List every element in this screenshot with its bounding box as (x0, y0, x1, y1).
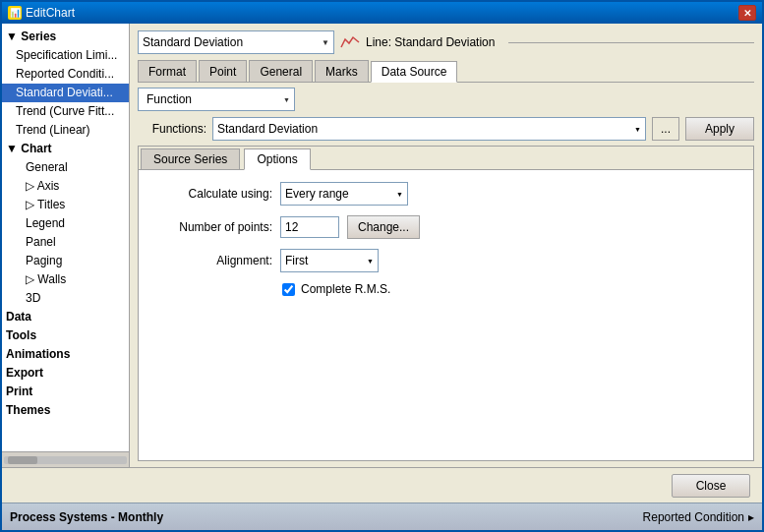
separator (508, 42, 754, 43)
tree-item-3d[interactable]: 3D (2, 289, 129, 308)
tree-item-trend-linear[interactable]: Trend (Linear) (2, 121, 129, 140)
app-icon: 📊 (8, 6, 22, 20)
tree-item-themes[interactable]: Themes (2, 401, 129, 420)
function-select[interactable]: Function (143, 89, 290, 110)
function-dropdown-wrapper[interactable]: Function (138, 88, 295, 111)
window-title: EditChart (26, 6, 75, 20)
main-content: ▼ Series Specification Limi... Reported … (2, 24, 762, 467)
tab-general[interactable]: General (249, 60, 313, 82)
tree-item-legend[interactable]: Legend (2, 214, 129, 233)
calculate-using-select[interactable]: Every range All ranges (281, 183, 407, 205)
calculate-using-row: Calculate using: Every range All ranges … (154, 182, 737, 206)
close-dialog-button[interactable]: Close (672, 474, 750, 498)
functions-select[interactable]: Standard Deviation Mean Sum Count (213, 118, 645, 140)
tree-item-print[interactable]: Print (2, 383, 129, 401)
tab-format[interactable]: Format (138, 60, 197, 82)
calculate-using-label: Calculate using: (154, 187, 272, 201)
tree-scrollbar-track (4, 456, 127, 464)
bottom-bar: Close (2, 467, 762, 502)
series-dropdown-wrapper[interactable]: Standard Deviation ▼ (138, 30, 334, 54)
tab-bar: Format Point General Marks Data Source (138, 59, 754, 83)
title-bar: 📊 EditChart ✕ (2, 2, 762, 24)
top-bar: Standard Deviation ▼ Line: Standard Devi… (138, 30, 754, 55)
complete-rms-checkbox[interactable] (282, 283, 295, 296)
alignment-dropdown-wrapper[interactable]: First Last Center ▼ (280, 249, 379, 272)
complete-rms-row: Complete R.M.S. (154, 282, 737, 296)
tree-item-trend-curve[interactable]: Trend (Curve Fitt... (2, 102, 129, 121)
functions-dropdown-wrapper[interactable]: Standard Deviation Mean Sum Count ▼ (212, 117, 646, 141)
tree-item-tools[interactable]: Tools (2, 326, 129, 345)
main-window: 📊 EditChart ✕ ▼ Series Specification Lim… (0, 0, 764, 532)
alignment-row: Alignment: First Last Center ▼ (154, 249, 737, 272)
tree-item-titles[interactable]: ▷ Titles (2, 196, 129, 214)
tree-panel: ▼ Series Specification Limi... Reported … (2, 24, 130, 467)
tree-item-chart[interactable]: ▼ Chart (2, 140, 129, 158)
ellipsis-button[interactable]: ... (652, 117, 679, 141)
complete-rms-label: Complete R.M.S. (301, 282, 390, 296)
tab-data-source[interactable]: Data Source (371, 61, 458, 83)
num-points-input[interactable] (280, 216, 339, 238)
tree-item-panel[interactable]: Panel (2, 233, 129, 252)
tree-item-series[interactable]: ▼ Series (2, 28, 129, 46)
tree-scrollbar[interactable] (2, 451, 129, 467)
taskbar-title: Process Systems - Monthly (10, 510, 163, 524)
inner-tab-bar: Source Series Options (139, 147, 753, 170)
line-chart-icon (340, 35, 360, 49)
inner-tab-area: Source Series Options Calculate using: E… (138, 146, 754, 461)
calculate-using-dropdown-wrapper[interactable]: Every range All ranges ▼ (280, 182, 408, 206)
tab-point[interactable]: Point (199, 60, 247, 82)
tree-item-general[interactable]: General (2, 158, 129, 177)
function-row: Function (138, 87, 754, 112)
line-info-label: Line: Standard Deviation (366, 35, 495, 49)
change-button[interactable]: Change... (347, 215, 420, 239)
tree-item-export[interactable]: Export (2, 364, 129, 383)
num-points-row: Number of points: Change... (154, 215, 737, 239)
tree-item-reported[interactable]: Reported Conditi... (2, 65, 129, 84)
tree-item-spec-limit[interactable]: Specification Limi... (2, 46, 129, 65)
right-panel: Standard Deviation ▼ Line: Standard Devi… (130, 24, 762, 467)
tree-item-paging[interactable]: Paging (2, 252, 129, 270)
tree-item-walls[interactable]: ▷ Walls (2, 270, 129, 289)
series-dropdown-arrow: ▼ (322, 38, 329, 47)
alignment-label: Alignment: (154, 254, 272, 267)
alignment-select[interactable]: First Last Center (281, 250, 378, 271)
taskbar: Process Systems - Monthly Reported Condi… (2, 502, 762, 530)
taskbar-right-label: Reported Condition (643, 510, 744, 524)
tree-item-std-dev[interactable]: Standard Deviati... (2, 84, 129, 102)
tab-marks[interactable]: Marks (315, 60, 369, 82)
num-points-label: Number of points: (154, 220, 272, 234)
tree-item-animations[interactable]: Animations (2, 345, 129, 364)
window-close-button[interactable]: ✕ (738, 5, 756, 21)
inner-tab-options[interactable]: Options (244, 148, 310, 170)
options-content: Calculate using: Every range All ranges … (139, 170, 753, 308)
inner-tab-source-series[interactable]: Source Series (141, 148, 240, 169)
functions-label: Functions: (138, 122, 206, 136)
title-bar-left: 📊 EditChart (8, 6, 75, 20)
taskbar-right-arrow: ▸ (748, 510, 754, 524)
tree-item-data[interactable]: Data (2, 308, 129, 326)
tree-item-axis[interactable]: ▷ Axis (2, 177, 129, 196)
tree-content: ▼ Series Specification Limi... Reported … (2, 24, 129, 451)
series-dropdown-value: Standard Deviation (143, 35, 243, 49)
tree-scrollbar-thumb (8, 456, 37, 464)
functions-row: Functions: Standard Deviation Mean Sum C… (138, 116, 754, 142)
apply-button[interactable]: Apply (685, 117, 754, 141)
taskbar-right: Reported Condition ▸ (643, 510, 754, 524)
